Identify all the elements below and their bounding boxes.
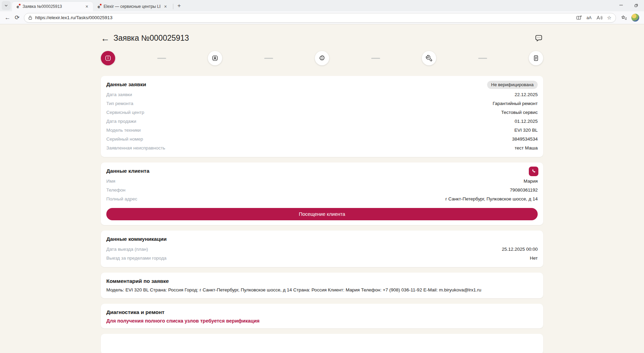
field-value: 79080361192 — [510, 187, 538, 193]
report-document-icon — [532, 54, 540, 62]
field-label: Имя — [106, 179, 115, 184]
browser-tab-bar: e Заявка №000025913 × e Elexir — сервисн… — [0, 0, 644, 11]
field-label: Выезд за пределами города — [106, 256, 166, 261]
field-label: Тип ремонта — [106, 101, 133, 106]
restore-button[interactable] — [629, 0, 644, 10]
field-row: Сервисный центр Тестовый сервис — [106, 108, 538, 117]
address-bar[interactable]: aA ☆ — [24, 13, 616, 23]
visit-client-button[interactable]: Посещение клиента — [106, 208, 538, 220]
field-label: Дата заявки — [106, 92, 132, 97]
step-connector — [264, 58, 273, 59]
field-row: Тип ремонта Гарантийный ремонт — [106, 99, 538, 108]
chevron-down-icon — [4, 3, 8, 8]
field-row: Выезд за пределами города Нет — [106, 253, 538, 262]
verification-warning: Для получения полного списка узлов требу… — [106, 318, 538, 324]
step-report[interactable] — [529, 51, 543, 65]
minimize-icon — [619, 3, 623, 7]
field-row: Дата заявки 22.12.2025 — [106, 90, 538, 99]
favicon-dot — [19, 4, 21, 5]
tab-separator — [173, 4, 173, 9]
site-favicon: e — [96, 4, 102, 9]
card-client-data: Данные клиента Имя Мария Телефон 7908036… — [101, 162, 543, 225]
close-tab-icon[interactable]: × — [84, 3, 90, 10]
field-label: Полный адрес — [106, 196, 137, 201]
field-value: EVI 320 BL — [514, 128, 538, 133]
field-value: 3849534534 — [512, 136, 538, 142]
window-controls — [613, 0, 644, 11]
stepper — [101, 51, 543, 65]
step-connector — [478, 58, 487, 59]
field-value: 01.12.2025 — [514, 119, 538, 124]
step-request-info[interactable] — [101, 51, 115, 65]
page-back-button[interactable]: ← — [101, 34, 110, 43]
refresh-button[interactable]: ⟳ — [12, 13, 22, 23]
translate-icon[interactable]: aA — [587, 15, 592, 20]
field-value: Тестовый сервис — [501, 110, 538, 115]
url-input[interactable] — [35, 15, 576, 20]
field-value: 22.12.2025 — [514, 92, 538, 97]
site-favicon: e — [15, 4, 21, 9]
field-label: Дата продажи — [106, 119, 136, 124]
card-title: Данные заявки — [106, 81, 538, 88]
field-label: Серийный номер — [106, 136, 143, 142]
card-title: Данные клиента — [106, 168, 538, 174]
field-row: Дата продажи 01.12.2025 — [106, 117, 538, 126]
field-row: Дата выезда (план) 25.12.2025 00:00 — [106, 245, 538, 253]
card-next-partial — [101, 334, 543, 353]
field-label: Заявленная неисправность — [106, 145, 165, 151]
card-diagnostics: Диагностика и ремонт Для получения полно… — [101, 304, 543, 328]
card-title: Комментарий по заявке — [106, 278, 538, 284]
back-button[interactable]: ← — [3, 13, 12, 23]
field-label: Сервисный центр — [106, 110, 144, 115]
minimize-button[interactable] — [613, 0, 629, 10]
comment-text: Модель: EVI 320 BL Страна: Россия Город:… — [106, 287, 538, 293]
tab-elexir-home[interactable]: e Elexir — сервисные центры LEX × — [93, 2, 172, 11]
restore-icon — [634, 3, 639, 8]
field-value: г Санкт-Петербург, Пулковское шоссе, д 1… — [445, 196, 538, 201]
card-title: Данные коммуникации — [106, 236, 538, 242]
card-title: Диагностика и ремонт — [106, 309, 538, 315]
tab-request[interactable]: e Заявка №000025913 × — [12, 2, 93, 11]
step-connector — [371, 58, 380, 59]
step-client[interactable] — [208, 51, 222, 65]
lock-icon — [28, 15, 33, 20]
field-label: Модель техники — [106, 128, 141, 133]
contact-card-icon — [211, 54, 219, 62]
favicon-dot — [100, 4, 102, 5]
field-label: Телефон — [106, 187, 125, 193]
toolbar-right — [618, 14, 641, 22]
close-tab-icon[interactable]: × — [162, 3, 169, 10]
card-comment: Комментарий по заявке Модель: EVI 320 BL… — [101, 273, 543, 298]
browser-toolbar: ← ⟳ aA ☆ — [0, 11, 644, 24]
step-repair[interactable] — [422, 51, 436, 65]
field-row: Модель техники EVI 320 BL — [106, 126, 538, 134]
card-request-data: Данные заявки Не верифицирована Дата зая… — [101, 76, 543, 157]
verification-badge-icon — [318, 54, 326, 62]
page-header: ← Заявка №000025913 — [101, 24, 543, 43]
tab-title: Elexir — сервисные центры LEX — [104, 4, 160, 9]
step-verification[interactable] — [315, 51, 329, 65]
tab-search-button[interactable] — [2, 1, 11, 10]
card-communication: Данные коммуникации Дата выезда (план) 2… — [101, 231, 543, 267]
split-screen-icon[interactable] — [576, 15, 582, 21]
field-row: Имя Мария — [106, 176, 538, 185]
chat-icon[interactable] — [534, 34, 543, 43]
info-icon — [104, 54, 112, 62]
field-value: Нет — [530, 256, 538, 261]
read-aloud-icon[interactable] — [596, 15, 603, 21]
field-row: Телефон 79080361192 — [106, 185, 538, 194]
page-title: Заявка №000025913 — [113, 34, 189, 43]
favorites-hub-icon[interactable] — [621, 15, 627, 21]
favorite-star-icon[interactable]: ☆ — [607, 15, 612, 21]
status-badge: Не верифицирована — [487, 81, 538, 89]
call-client-button[interactable] — [529, 167, 538, 176]
new-tab-button[interactable]: + — [175, 1, 184, 10]
field-row: Полный адрес г Санкт-Петербург, Пулковск… — [106, 194, 538, 203]
profile-avatar[interactable] — [631, 14, 639, 22]
wrench-icon — [425, 54, 433, 62]
field-row: Заявленная неисправность тест Маша — [106, 143, 538, 152]
page-content: ← Заявка №000025913 — [0, 24, 644, 353]
field-value: Гарантийный ремонт — [493, 101, 538, 106]
phone-icon — [531, 169, 536, 174]
address-bar-icons: aA ☆ — [576, 15, 612, 21]
